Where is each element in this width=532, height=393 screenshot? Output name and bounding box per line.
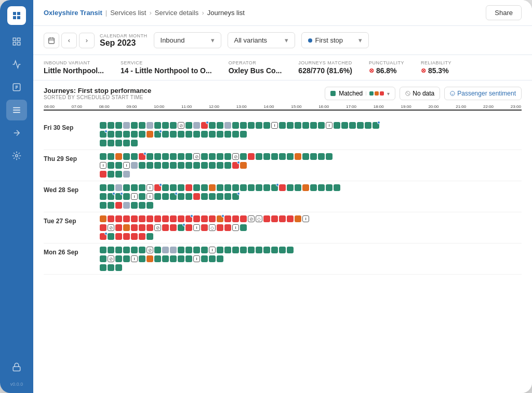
journey-dot[interactable] [123,122,130,129]
journey-dot[interactable] [287,247,294,253]
journey-dot[interactable] [178,184,184,191]
journey-dot-wrapper-badge[interactable] [271,184,278,191]
journey-dot-gray[interactable] [170,247,177,253]
journey-dot[interactable] [248,184,255,191]
journey-dot[interactable] [201,162,208,169]
next-month-button[interactable]: › [79,33,95,48]
journey-dot-red[interactable] [185,184,192,191]
journey-dot-red[interactable] [279,215,286,222]
journey-dot[interactable] [185,162,192,169]
journey-dot-red[interactable] [201,215,208,222]
journey-dot[interactable] [224,153,231,160]
stop-dropdown[interactable]: First stop ▾ [301,32,369,48]
journey-dot[interactable] [302,153,309,160]
journey-dot-red[interactable] [154,215,161,222]
journey-dot[interactable] [209,193,216,200]
journey-dot[interactable] [170,255,177,262]
journey-dot-red[interactable] [131,233,138,240]
journey-dot-red[interactable] [193,193,200,200]
journey-dot[interactable] [185,193,192,200]
journey-dot[interactable] [263,184,270,191]
journey-dot[interactable] [147,162,153,169]
journey-dot[interactable] [232,184,239,191]
journey-dot[interactable] [108,202,114,209]
journey-dot[interactable] [193,184,200,191]
journey-dot-red[interactable] [279,184,286,191]
journey-dot[interactable] [139,193,145,200]
journey-dot-orange[interactable] [295,153,301,160]
journey-dot[interactable] [224,131,231,138]
journey-dot-info[interactable]: i [271,122,278,129]
journey-dot[interactable] [256,122,262,129]
journey-dot[interactable] [263,153,270,160]
journey-dot-wrapper-badge[interactable] [232,193,239,200]
sidebar-item-dashboard[interactable] [6,31,27,52]
journey-dot[interactable] [123,255,130,262]
journey-dot-wrapper-badge[interactable] [170,193,177,200]
journey-dot-red[interactable] [115,202,122,209]
journey-dot-gray[interactable] [162,247,169,253]
sidebar-item-reports[interactable] [6,145,27,166]
journey-dot[interactable] [240,184,247,191]
journey-dot[interactable] [256,184,262,191]
journey-dot-red[interactable] [193,215,200,222]
journey-dot[interactable] [248,122,255,129]
journey-dot-cancel[interactable]: ⊘ [108,255,114,262]
journey-dot[interactable] [154,153,161,160]
journey-dot-red[interactable] [100,171,107,178]
journey-dot-red[interactable] [287,215,294,222]
journey-dot[interactable] [123,247,130,253]
journey-dot[interactable] [224,193,231,200]
journey-dot[interactable] [349,122,356,129]
journey-dot[interactable] [185,122,192,129]
journey-dot[interactable] [100,255,107,262]
journey-dot[interactable] [256,247,262,253]
journey-dot[interactable] [170,153,177,160]
journey-dot[interactable] [295,184,301,191]
journey-dot-cancel[interactable]: ⊘ [147,247,153,253]
journey-dot[interactable] [170,184,177,191]
calendar-icon-button[interactable] [44,33,59,48]
journey-dot-wrapper-badge[interactable] [139,153,145,160]
journey-dot-info[interactable]: i [232,224,239,231]
journey-dot[interactable] [224,122,231,129]
journey-dot[interactable] [279,247,286,253]
journey-dot-red[interactable] [224,224,231,231]
journey-dot[interactable] [154,162,161,169]
breadcrumb-journeys[interactable]: Journeys list [207,9,245,17]
no-data-button[interactable]: No data [400,87,440,100]
journey-dot[interactable] [178,247,184,253]
sidebar-item-services[interactable] [6,77,27,98]
journey-dot[interactable] [162,153,169,160]
journey-dot[interactable] [139,184,145,191]
journey-dot[interactable] [162,131,169,138]
journey-dot-orange[interactable] [115,153,122,160]
journey-dot-gray[interactable] [123,202,130,209]
journey-dot[interactable] [240,131,247,138]
journey-dot[interactable] [217,122,223,129]
journey-dot[interactable] [224,162,231,169]
journey-dot[interactable] [341,122,348,129]
journey-dot[interactable] [318,122,325,129]
journey-dot[interactable] [115,131,122,138]
journey-dot[interactable] [115,247,122,253]
journey-dot-red[interactable] [263,215,270,222]
journey-dot[interactable] [201,153,208,160]
journey-dot-wrapper-badge[interactable] [100,233,107,240]
journey-dot-cancel[interactable]: ⊘ [178,122,184,129]
journey-dot-gray[interactable] [115,184,122,191]
journey-dot[interactable] [217,162,223,169]
sentiment-button[interactable]: Passenger sentiment [444,87,522,100]
journey-dot[interactable] [365,122,371,129]
journey-dot[interactable] [232,247,239,253]
journey-dot-orange[interactable] [100,215,107,222]
journey-dot[interactable] [178,255,184,262]
journey-dot[interactable] [123,153,130,160]
journey-dot-red[interactable] [147,215,153,222]
journey-dot[interactable] [115,171,122,178]
journey-dot-orange[interactable] [147,255,153,262]
journey-dot[interactable] [209,255,216,262]
journey-dot-wrapper-badge[interactable] [108,193,114,200]
journey-dot[interactable] [108,131,114,138]
journey-dot-red[interactable] [139,215,145,222]
